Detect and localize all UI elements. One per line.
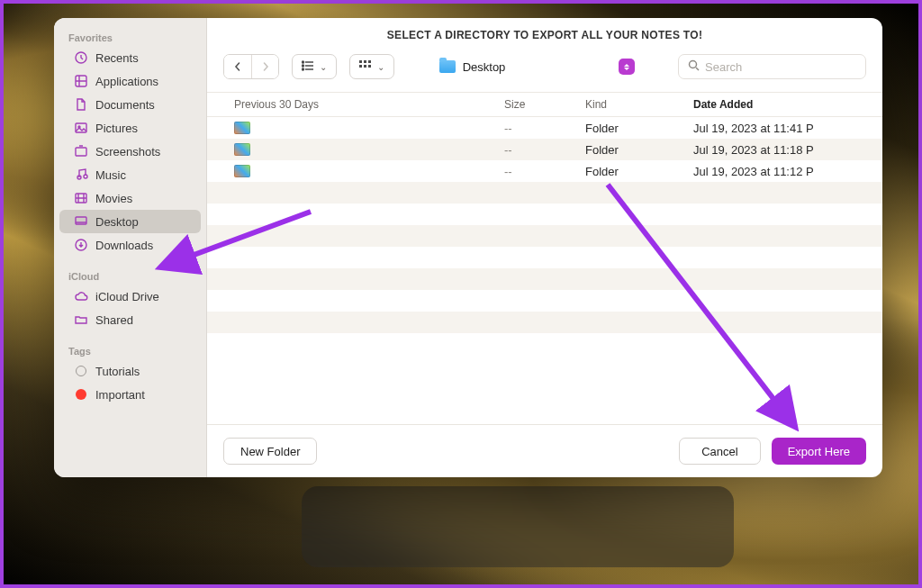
- folder-thumbnail-icon: [234, 143, 250, 156]
- sidebar-item-label: iCloud Drive: [95, 290, 159, 303]
- shared-folder-icon: [74, 312, 88, 327]
- cancel-button[interactable]: Cancel: [679, 438, 760, 465]
- download-icon: [74, 238, 88, 252]
- svg-rect-14: [368, 60, 371, 63]
- sidebar-item-label: Recents: [95, 51, 139, 65]
- sidebar-item-label: Downloads: [95, 239, 153, 252]
- sidebar-item-label: Documents: [95, 98, 155, 112]
- sidebar-item-recents[interactable]: Recents: [59, 46, 201, 69]
- svg-rect-12: [359, 60, 362, 63]
- sidebar-item-label: Desktop: [95, 215, 139, 229]
- movies-icon: [74, 191, 88, 205]
- folder-icon: [439, 60, 456, 73]
- sidebar-item-label: Pictures: [95, 122, 138, 135]
- export-dialog: Favorites Recents Applications Documents…: [54, 18, 882, 477]
- screenshot-icon: [74, 144, 88, 158]
- column-kind[interactable]: Kind: [585, 98, 693, 111]
- file-list[interactable]: -- Folder Jul 19, 2023 at 11:41 P -- Fol…: [207, 117, 882, 424]
- search-field[interactable]: [678, 54, 866, 79]
- sidebar-item-label: Applications: [95, 75, 158, 88]
- sidebar-item-movies[interactable]: Movies: [59, 186, 201, 210]
- sidebar-tag-tutorials[interactable]: Tutorials: [59, 359, 201, 383]
- sidebar-item-music[interactable]: Music: [59, 163, 201, 186]
- list-item-kind: Folder: [585, 165, 693, 178]
- sidebar-item-desktop[interactable]: Desktop: [59, 210, 201, 233]
- sidebar-tag-important[interactable]: Important: [59, 383, 201, 406]
- document-icon: [74, 97, 88, 112]
- sidebar-item-downloads[interactable]: Downloads: [59, 233, 201, 257]
- clock-icon: [74, 50, 88, 65]
- sidebar-item-label: Important: [95, 388, 145, 402]
- desktop-icon: [74, 214, 88, 229]
- svg-rect-2: [76, 123, 86, 132]
- list-header: Previous 30 Days Size Kind Date Added: [207, 92, 882, 117]
- svg-point-5: [84, 175, 87, 178]
- sidebar-item-icloud-drive[interactable]: iCloud Drive: [59, 285, 201, 308]
- svg-point-9: [303, 61, 304, 63]
- sidebar-item-shared[interactable]: Shared: [59, 308, 201, 331]
- column-date[interactable]: Date Added: [693, 98, 882, 111]
- svg-rect-13: [364, 60, 366, 63]
- new-folder-button[interactable]: New Folder: [223, 438, 317, 465]
- toolbar: ⌄ ⌄ Desktop: [207, 49, 882, 92]
- dock: [302, 486, 734, 567]
- sidebar-item-applications[interactable]: Applications: [59, 69, 201, 93]
- list-item-date: Jul 19, 2023 at 11:18 P: [693, 143, 882, 157]
- folder-thumbnail-icon: [234, 122, 250, 134]
- sidebar-item-pictures[interactable]: Pictures: [59, 116, 201, 140]
- forward-button[interactable]: [251, 55, 278, 78]
- sidebar-section-tags: Tags: [54, 340, 206, 359]
- sidebar: Favorites Recents Applications Documents…: [54, 18, 207, 477]
- group-by-button[interactable]: ⌄: [349, 54, 394, 79]
- column-size[interactable]: Size: [504, 98, 585, 111]
- search-input[interactable]: [705, 60, 856, 74]
- list-item-kind: Folder: [585, 122, 693, 135]
- sidebar-item-screenshots[interactable]: Screenshots: [59, 140, 201, 163]
- svg-point-10: [303, 65, 304, 67]
- search-icon: [688, 59, 700, 75]
- list-item[interactable]: -- Folder Jul 19, 2023 at 11:41 P: [207, 117, 882, 139]
- chevron-down-icon: ⌄: [320, 62, 327, 72]
- svg-rect-4: [76, 148, 86, 156]
- sidebar-item-documents[interactable]: Documents: [59, 93, 201, 116]
- sidebar-item-label: Tutorials: [95, 365, 140, 378]
- cloud-icon: [74, 289, 88, 303]
- list-item[interactable]: -- Folder Jul 19, 2023 at 11:18 P: [207, 139, 882, 160]
- location-selector[interactable]: Desktop: [432, 54, 641, 79]
- tag-dot-icon: [74, 364, 88, 378]
- back-button[interactable]: [224, 55, 251, 78]
- export-here-button[interactable]: Export Here: [772, 438, 866, 465]
- column-name-group[interactable]: Previous 30 Days: [207, 98, 504, 111]
- list-item-size: --: [504, 143, 585, 157]
- svg-rect-17: [368, 65, 371, 68]
- pictures-icon: [74, 121, 88, 135]
- svg-point-11: [303, 68, 304, 70]
- svg-point-18: [690, 61, 697, 68]
- dialog-title: SELECT A DIRECTORY TO EXPORT ALL YOUR NO…: [207, 18, 882, 49]
- svg-rect-7: [76, 217, 86, 224]
- grid-icon: [359, 60, 372, 74]
- updown-icon: [619, 59, 635, 75]
- nav-back-forward: [223, 54, 279, 79]
- dialog-footer: New Folder Cancel Export Here: [207, 424, 882, 477]
- list-icon: [302, 60, 314, 74]
- sidebar-section-icloud: iCloud: [54, 266, 206, 285]
- list-item-date: Jul 19, 2023 at 11:41 P: [693, 122, 882, 135]
- location-label: Desktop: [463, 60, 506, 74]
- view-list-button[interactable]: ⌄: [292, 54, 337, 79]
- sidebar-item-label: Movies: [95, 192, 132, 205]
- tag-dot-icon: [74, 387, 88, 402]
- list-item-size: --: [504, 165, 585, 178]
- sidebar-section-favorites: Favorites: [54, 27, 206, 46]
- list-item-size: --: [504, 122, 585, 135]
- music-icon: [74, 167, 88, 182]
- list-item-kind: Folder: [585, 143, 693, 157]
- list-item-date: Jul 19, 2023 at 11:12 P: [693, 165, 882, 178]
- svg-rect-16: [364, 65, 366, 68]
- list-item[interactable]: -- Folder Jul 19, 2023 at 11:12 P: [207, 160, 882, 182]
- sidebar-item-label: Screenshots: [95, 145, 160, 158]
- main-panel: SELECT A DIRECTORY TO EXPORT ALL YOUR NO…: [207, 18, 882, 477]
- sidebar-item-label: Music: [95, 168, 126, 182]
- folder-thumbnail-icon: [234, 165, 250, 177]
- chevron-down-icon: ⌄: [377, 62, 384, 72]
